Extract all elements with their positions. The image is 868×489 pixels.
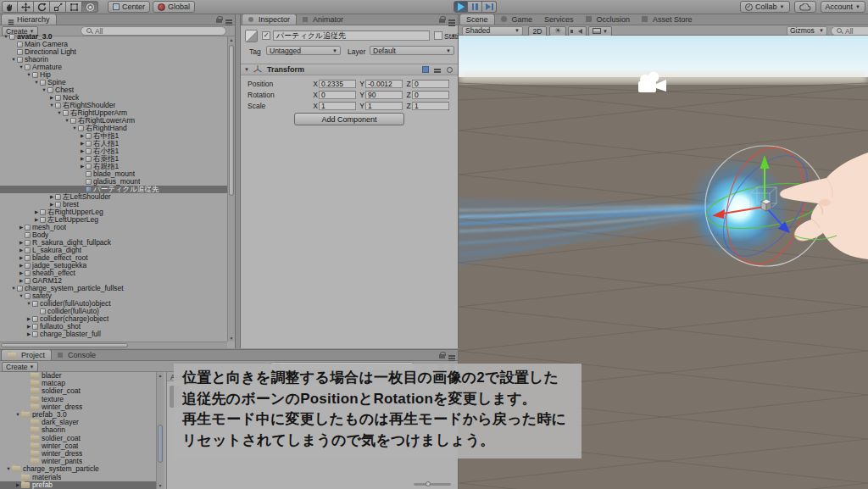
scale-x-field[interactable]: 1 xyxy=(319,102,356,110)
project-vertical-scrollbar[interactable]: ▲ ▼ xyxy=(156,372,164,489)
expand-arrow[interactable]: ▼ xyxy=(5,465,12,473)
gameobject-name-field[interactable]: パーティクル追従先 xyxy=(273,31,430,41)
tab-inspector[interactable]: Inspector xyxy=(242,14,297,25)
expand-arrow[interactable]: ▼ xyxy=(14,411,21,419)
hierarchy-item[interactable]: gladius_mount xyxy=(0,178,227,186)
project-folder[interactable]: soldier_coat xyxy=(0,387,156,395)
project-folder[interactable]: texture xyxy=(0,396,156,403)
hierarchy-vertical-scrollbar[interactable]: ▲ ▼ xyxy=(227,36,235,342)
hand-tool-button[interactable] xyxy=(2,1,18,13)
expand-arrow[interactable]: ▶ xyxy=(25,315,32,323)
hierarchy-item[interactable]: ▼Spine xyxy=(0,79,227,86)
tab-project[interactable]: Project xyxy=(1,349,52,360)
hierarchy-item[interactable]: ▶jadge_setugekka xyxy=(0,262,227,270)
panel-menu-icon[interactable] xyxy=(448,19,455,21)
scrollbar-thumb[interactable] xyxy=(229,45,234,196)
hierarchy-item[interactable]: Main Camera xyxy=(0,41,227,48)
expand-arrow[interactable]: ▶ xyxy=(79,155,86,163)
scene-search-input[interactable]: All xyxy=(831,26,868,36)
expand-arrow[interactable]: ▶ xyxy=(18,270,25,277)
position-z-field[interactable]: 0 xyxy=(412,80,449,88)
scrollbar-thumb[interactable] xyxy=(158,425,163,463)
hierarchy-item[interactable]: ▶fullauto_shot xyxy=(0,323,227,331)
hierarchy-item[interactable]: Directional Light xyxy=(0,48,227,56)
thumbnail-size-slider[interactable] xyxy=(414,483,451,486)
scale-tool-button[interactable] xyxy=(50,1,66,13)
rotation-x-field[interactable]: 0 xyxy=(319,91,356,99)
static-checkbox[interactable] xyxy=(434,31,442,40)
hierarchy-item[interactable]: ▶mesh_root xyxy=(0,224,227,231)
create-button[interactable]: Create ▼ xyxy=(2,362,38,372)
expand-arrow[interactable]: ▶ xyxy=(25,331,32,338)
expand-arrow[interactable]: ▶ xyxy=(79,163,86,170)
tab-occlusion[interactable]: Occlusion xyxy=(580,14,637,25)
project-folder[interactable]: winter_pants xyxy=(0,458,156,465)
hierarchy-item[interactable]: パーティクル追従先 xyxy=(0,186,227,193)
hierarchy-item[interactable]: ▶左LeftShoulder xyxy=(0,193,227,201)
shading-mode-dropdown[interactable]: Shaded▼ xyxy=(462,26,523,36)
reference-doc-icon[interactable] xyxy=(422,66,429,73)
hierarchy-item[interactable]: ▶R_sakura_dight_fullpack xyxy=(0,239,227,247)
hierarchy-item[interactable]: ▼shaorin xyxy=(0,56,227,64)
hierarchy-item[interactable]: ▶右小指1 xyxy=(0,147,227,155)
hierarchy-item[interactable]: ▼collider(fullAuto)object xyxy=(0,300,227,308)
pivot-mode-button[interactable]: Center xyxy=(108,1,150,13)
tab-console[interactable]: Console xyxy=(52,349,102,360)
tab-services[interactable]: Services xyxy=(538,14,580,25)
project-folder[interactable]: dark_slayer xyxy=(0,419,156,426)
project-folder[interactable]: soldier_coat xyxy=(0,435,156,442)
scale-y-field[interactable]: 1 xyxy=(365,102,403,110)
expand-arrow[interactable]: ▶ xyxy=(18,262,25,270)
hierarchy-item[interactable]: Body xyxy=(0,231,227,239)
lock-icon[interactable] xyxy=(216,19,222,23)
expand-arrow[interactable]: ▶ xyxy=(79,132,86,140)
expand-arrow[interactable]: ▼ xyxy=(10,56,17,64)
hierarchy-item[interactable]: ▶blade_effect_root xyxy=(0,254,227,262)
expand-arrow[interactable]: ▼ xyxy=(18,64,25,71)
expand-arrow[interactable]: ▶ xyxy=(18,254,25,262)
tab-asset-store[interactable]: Asset Store xyxy=(636,14,698,25)
gizmos-dropdown[interactable]: Gizmos▼ xyxy=(787,26,827,36)
collab-button[interactable]: ✓ Collab ▼ xyxy=(740,1,789,13)
static-dropdown-icon[interactable]: ▼ xyxy=(451,33,456,38)
hierarchy-item[interactable]: blade_mount xyxy=(0,170,227,178)
project-folder[interactable]: ▼prefab_3.0 xyxy=(0,411,156,419)
project-folder[interactable]: winter_coat xyxy=(0,442,156,450)
hierarchy-item[interactable]: ▶右薬指1 xyxy=(0,155,227,163)
panel-menu-icon[interactable] xyxy=(448,355,455,357)
expand-arrow[interactable]: ▶ xyxy=(33,216,40,224)
expand-arrow[interactable]: ▼ xyxy=(71,125,78,132)
rect-tool-button[interactable] xyxy=(66,1,82,13)
transform-component-header[interactable]: ▼ Transform xyxy=(241,64,458,75)
transform-gizmo-tool-button[interactable] xyxy=(82,1,98,13)
expand-arrow[interactable]: ▼ xyxy=(48,102,55,109)
project-folder[interactable]: ▶prefab xyxy=(0,481,156,489)
hierarchy-item[interactable]: ▼右RightShoulder xyxy=(0,102,227,109)
handle-space-button[interactable]: Global xyxy=(153,1,195,13)
expand-arrow[interactable]: ▼ xyxy=(56,109,63,117)
account-button[interactable]: Account ▼ xyxy=(821,1,865,13)
hierarchy-item[interactable]: ▼Hip xyxy=(0,71,227,79)
scrollbar-thumb[interactable] xyxy=(1,343,128,347)
hierarchy-item[interactable]: ▶GARM12 xyxy=(0,277,227,285)
lock-icon[interactable] xyxy=(439,354,445,358)
expand-arrow[interactable]: ▶ xyxy=(18,247,25,254)
hierarchy-item[interactable]: ▶右親指1 xyxy=(0,163,227,170)
origin-cube[interactable] xyxy=(761,199,771,211)
hierarchy-item[interactable]: ▼safety xyxy=(0,292,227,300)
project-folder[interactable]: blader xyxy=(0,372,156,380)
hierarchy-item[interactable]: ▼Chest xyxy=(0,86,227,94)
expand-arrow[interactable]: ▼ xyxy=(18,292,25,300)
expand-arrow[interactable]: ▶ xyxy=(14,481,21,489)
hierarchy-item[interactable]: ▼右RightHand xyxy=(0,125,227,132)
active-checkbox[interactable]: ✓ xyxy=(262,31,270,40)
tag-dropdown[interactable]: Untagged▼ xyxy=(266,46,341,55)
layer-dropdown[interactable]: Default▼ xyxy=(370,46,454,55)
project-folder[interactable]: winter_dress xyxy=(0,450,156,458)
position-x-field[interactable]: 0.2335 xyxy=(319,80,356,88)
scroll-up-arrow[interactable]: ▲ xyxy=(228,36,235,43)
step-button[interactable] xyxy=(482,1,497,13)
scroll-down-arrow[interactable]: ▼ xyxy=(228,335,235,342)
expand-arrow[interactable]: ▼ xyxy=(33,79,40,86)
rotation-z-field[interactable]: 0 xyxy=(412,91,449,99)
